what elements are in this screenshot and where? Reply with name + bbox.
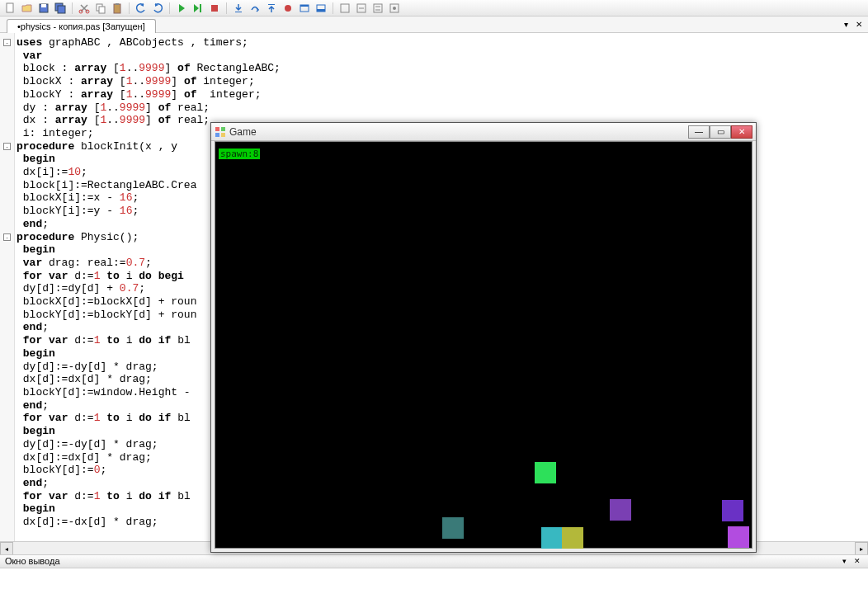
panel-alt-button[interactable]: [314, 2, 328, 15]
svg-rect-9: [114, 4, 120, 13]
spawn-counter-label: spawn:8: [219, 148, 260, 159]
output-panel: Окно вывода ▾ ✕: [0, 554, 868, 594]
scroll-right-button[interactable]: ▸: [855, 542, 868, 555]
toolbar-separator: [226, 2, 227, 14]
toolbar-separator: [72, 2, 73, 14]
svg-rect-28: [221, 133, 225, 137]
save-all-button[interactable]: [53, 2, 68, 15]
svg-rect-13: [235, 12, 242, 12]
svg-rect-17: [300, 5, 309, 7]
run-alt-button[interactable]: [191, 2, 205, 15]
toolbar-separator: [333, 2, 333, 14]
tool-a-button[interactable]: [337, 2, 352, 15]
editor-gutter: ---: [0, 33, 15, 541]
svg-rect-11: [200, 4, 201, 12]
svg-rect-27: [215, 133, 219, 137]
output-panel-header: Окно вывода ▾ ✕: [0, 555, 868, 568]
editor-tabbar: •physics - копия.pas [Запущен] ▾ ✕: [0, 16, 868, 33]
svg-rect-22: [374, 4, 382, 12]
game-block: [610, 499, 631, 521]
game-window-title: Game: [229, 126, 688, 138]
stop-button[interactable]: [207, 2, 222, 15]
toolbar-separator: [169, 2, 170, 14]
step-into-button[interactable]: [231, 2, 246, 15]
tab-close-button[interactable]: ✕: [853, 18, 865, 30]
svg-rect-26: [221, 127, 225, 131]
cut-button[interactable]: [77, 2, 92, 15]
output-panel-title: Окно вывода: [5, 556, 60, 567]
main-toolbar: [0, 0, 868, 16]
svg-rect-0: [7, 3, 13, 12]
close-button[interactable]: ✕: [731, 125, 752, 139]
editor-tab-physics[interactable]: •physics - копия.pas [Запущен]: [7, 19, 156, 33]
paste-button[interactable]: [110, 2, 125, 15]
game-block: [722, 500, 743, 521]
redo-button[interactable]: [150, 2, 165, 15]
minimize-button[interactable]: —: [688, 125, 710, 139]
tab-dropdown-button[interactable]: ▾: [840, 18, 851, 30]
game-block: [442, 517, 464, 539]
game-titlebar[interactable]: Game — ▭ ✕: [211, 123, 756, 141]
svg-point-15: [285, 5, 291, 12]
maximize-button[interactable]: ▭: [710, 125, 731, 139]
output-pin-button[interactable]: ▾: [838, 556, 850, 566]
svg-rect-20: [341, 4, 349, 12]
copy-button[interactable]: [93, 2, 108, 15]
svg-rect-4: [58, 6, 65, 13]
game-block: [728, 526, 749, 548]
tool-c-button[interactable]: [370, 2, 385, 15]
fold-toggle[interactable]: -: [3, 39, 11, 46]
save-button[interactable]: [36, 2, 51, 15]
svg-rect-8: [99, 7, 105, 13]
game-block: [541, 527, 563, 549]
svg-rect-19: [317, 9, 325, 12]
fold-toggle[interactable]: -: [3, 233, 11, 241]
game-canvas[interactable]: spawn:8: [215, 141, 752, 549]
tool-d-button[interactable]: [387, 2, 402, 15]
svg-point-24: [393, 7, 396, 10]
fold-toggle[interactable]: -: [3, 143, 11, 150]
new-file-button[interactable]: [3, 2, 18, 15]
app-icon: [215, 126, 226, 138]
toggle-breakpoint-button[interactable]: [281, 2, 295, 15]
step-out-button[interactable]: [264, 2, 279, 15]
svg-rect-10: [116, 3, 119, 5]
game-block: [562, 527, 583, 549]
svg-rect-25: [215, 127, 219, 131]
tool-b-button[interactable]: [354, 2, 369, 15]
toolbar-separator: [129, 2, 130, 14]
undo-button[interactable]: [134, 2, 149, 15]
run-button[interactable]: [174, 2, 189, 15]
open-file-button[interactable]: [20, 2, 35, 15]
panel-button[interactable]: [297, 2, 312, 15]
game-block: [535, 462, 556, 483]
svg-rect-14: [268, 4, 275, 5]
svg-rect-12: [211, 5, 218, 12]
svg-rect-2: [41, 4, 46, 7]
game-window: Game — ▭ ✕ spawn:8: [210, 122, 757, 553]
output-close-button[interactable]: ✕: [851, 556, 863, 566]
scroll-left-button[interactable]: ◂: [0, 542, 13, 555]
step-over-button[interactable]: [248, 2, 262, 15]
